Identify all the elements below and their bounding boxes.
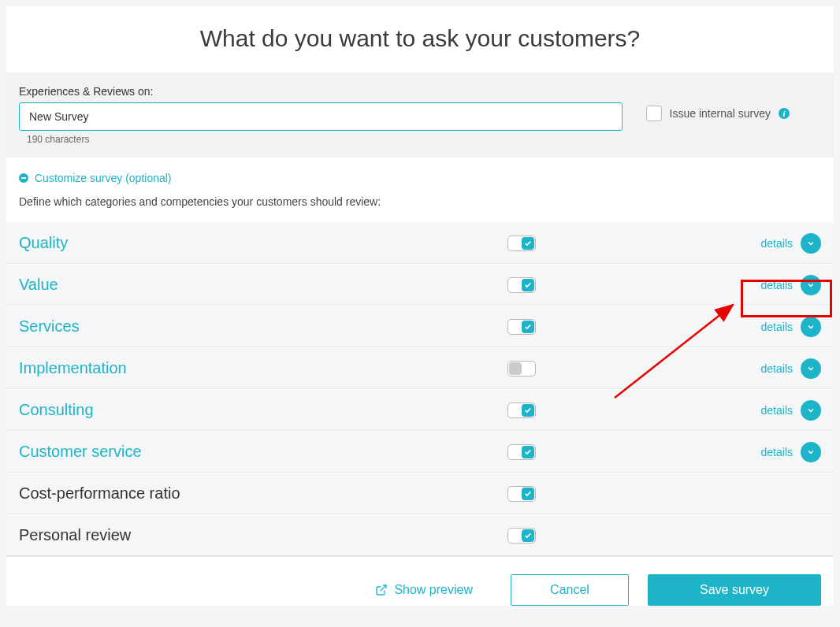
annotation-highlight-box — [741, 280, 832, 317]
chevron-down-icon — [806, 447, 816, 457]
survey-name-label: Experiences & Reviews on: — [19, 85, 623, 98]
category-title[interactable]: Consulting — [19, 401, 507, 419]
details-link[interactable]: details — [761, 446, 793, 458]
svg-line-0 — [381, 585, 386, 591]
category-row: Personal review — [6, 514, 834, 556]
details-link[interactable]: details — [761, 404, 793, 417]
external-link-icon — [375, 584, 388, 596]
survey-name-charcount: 190 characters — [19, 131, 623, 145]
collapse-icon — [19, 173, 28, 183]
category-title: Cost-performance ratio — [19, 484, 507, 503]
chevron-down-icon — [806, 239, 816, 248]
details-link[interactable]: details — [761, 237, 793, 250]
details-link[interactable]: details — [761, 362, 793, 375]
info-icon[interactable]: i — [779, 108, 790, 119]
category-toggle[interactable] — [507, 528, 536, 544]
category-row: Implementationdetails — [6, 347, 834, 389]
survey-form-area: Experiences & Reviews on: 190 characters… — [6, 72, 834, 158]
category-title: Personal review — [19, 526, 507, 544]
category-toggle[interactable] — [507, 319, 536, 335]
chevron-down-icon — [806, 322, 816, 332]
category-toggle[interactable] — [507, 486, 536, 502]
issue-internal-label: Issue internal survey — [670, 107, 771, 120]
category-title[interactable]: Quality — [19, 234, 507, 252]
issue-internal-checkbox[interactable] — [646, 106, 662, 121]
check-icon — [524, 281, 532, 289]
expand-button[interactable] — [801, 358, 821, 379]
category-toggle[interactable] — [507, 236, 536, 251]
customize-survey-toggle[interactable]: Customize survey (optional) — [19, 172, 172, 184]
category-toggle[interactable] — [507, 277, 536, 293]
category-title[interactable]: Customer service — [19, 443, 507, 461]
customize-link-text: Customize survey (optional) — [35, 172, 172, 184]
show-preview-label: Show preview — [394, 583, 473, 597]
category-row: Customer servicedetails — [6, 431, 834, 473]
check-icon — [524, 406, 532, 414]
categories-list: QualitydetailsValuedetailsServicesdetail… — [6, 222, 834, 556]
details-link[interactable]: details — [761, 321, 793, 333]
check-icon — [524, 532, 532, 540]
category-toggle[interactable] — [507, 403, 536, 418]
cancel-button[interactable]: Cancel — [511, 574, 629, 606]
chevron-down-icon — [806, 364, 816, 373]
expand-button[interactable] — [801, 233, 821, 254]
category-title[interactable]: Services — [19, 317, 507, 336]
survey-name-input[interactable] — [19, 102, 623, 131]
customize-description: Define which categories and competencies… — [19, 195, 821, 208]
category-toggle[interactable] — [507, 361, 536, 377]
check-icon — [524, 239, 532, 247]
page-title: What do you want to ask your customers? — [19, 25, 821, 52]
category-title[interactable]: Implementation — [19, 359, 507, 377]
category-toggle[interactable] — [507, 444, 536, 460]
expand-button[interactable] — [801, 400, 821, 421]
check-icon — [524, 448, 532, 456]
show-preview-button[interactable]: Show preview — [375, 583, 473, 597]
category-row: Servicesdetails — [6, 306, 834, 347]
expand-button[interactable] — [801, 442, 821, 462]
customize-section-header: Customize survey (optional) Define which… — [6, 158, 834, 222]
footer-actions: Show preview Cancel Save survey — [6, 556, 834, 606]
category-row: Valuedetails — [6, 264, 834, 306]
category-title[interactable]: Value — [19, 276, 507, 294]
category-row: Cost-performance ratio — [6, 473, 834, 514]
check-icon — [524, 490, 532, 498]
chevron-down-icon — [806, 406, 816, 415]
category-row: Consultingdetails — [6, 389, 834, 431]
check-icon — [524, 323, 532, 331]
save-button[interactable]: Save survey — [648, 574, 821, 606]
expand-button[interactable] — [801, 317, 821, 337]
page-heading-block: What do you want to ask your customers? — [6, 6, 834, 72]
category-row: Qualitydetails — [6, 222, 834, 264]
